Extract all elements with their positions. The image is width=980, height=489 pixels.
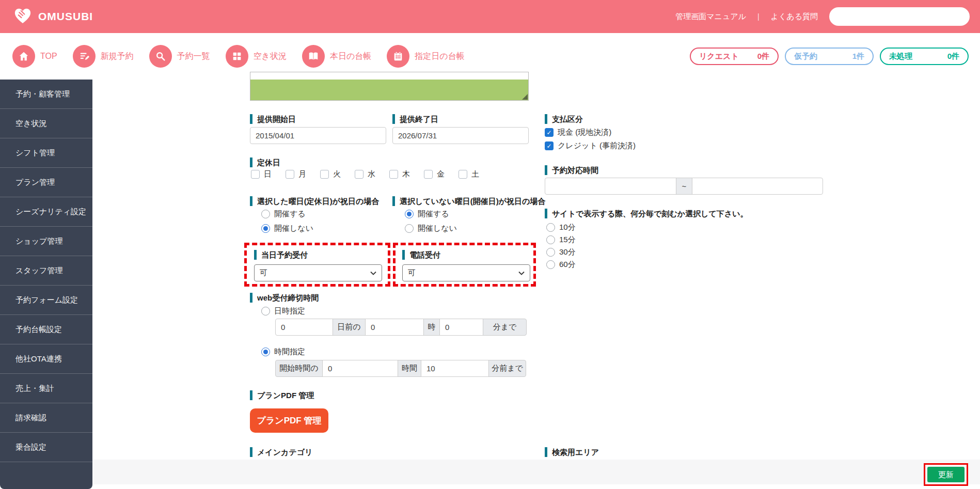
time-hour-input[interactable]: [322, 360, 398, 377]
phone-select[interactable]: 可: [402, 264, 530, 281]
unselected-holiday-open-radio[interactable]: [405, 210, 414, 218]
reservation-list-icon: [149, 45, 172, 68]
same-day-label: 当日予約受付: [254, 250, 308, 260]
deadline-time-radio[interactable]: [261, 348, 270, 356]
plan-pdf-label: プランPDF 管理: [250, 390, 314, 400]
header-search-input[interactable]: [829, 7, 970, 26]
sidebar-item-reservation-customer[interactable]: 予約・顧客管理: [0, 80, 92, 109]
sidebar-item-billing[interactable]: 請求確認: [0, 403, 92, 433]
deadline-time-group: 開始時間の 時間 分前まで: [275, 360, 526, 377]
deadline-days-input[interactable]: [275, 319, 333, 336]
unselected-holiday-label: 選択していない曜日(開催日)が祝日の場合: [392, 196, 545, 206]
bottom-action-bar: [92, 460, 980, 484]
day-mon-checkbox[interactable]: ✓: [286, 170, 294, 179]
nav-item-top[interactable]: TOP: [12, 45, 57, 68]
reservation-hours-from-input[interactable]: [545, 178, 676, 195]
selected-holiday-label: 選択した曜日(定休日)が祝日の場合: [250, 196, 379, 206]
closed-days-row: ✓日 ✓月 ✓火 ✓水 ✓木 ✓金 ✓土: [251, 169, 479, 179]
sidebar-item-plan[interactable]: プラン管理: [0, 168, 92, 197]
sidebar-item-ota[interactable]: 他社OTA連携: [0, 344, 92, 374]
time-minute-input[interactable]: [421, 360, 489, 377]
payment-cash-checkbox[interactable]: ✓: [545, 128, 554, 137]
interval-30-radio[interactable]: [546, 248, 555, 257]
main-category-label: メインカテゴリ: [250, 447, 312, 457]
interval-15-radio[interactable]: [546, 235, 555, 244]
time-hour-addon: 時間: [398, 360, 421, 377]
reservation-hours-label: 予約対応時間: [545, 165, 598, 175]
date-ledger-icon: [387, 45, 409, 68]
offer-end-input[interactable]: [392, 127, 529, 144]
day-mon: ✓月: [286, 169, 306, 179]
selected-holiday-closed-radio[interactable]: [261, 224, 270, 233]
badge-tentative[interactable]: 仮予約 1件: [785, 48, 874, 65]
sidebar-item-shop[interactable]: ショップ管理: [0, 227, 92, 256]
day-wed-checkbox[interactable]: ✓: [355, 170, 363, 179]
interval-10-radio[interactable]: [546, 223, 555, 232]
day-tue-checkbox[interactable]: ✓: [320, 170, 329, 179]
day-wed: ✓水: [355, 169, 375, 179]
unselected-holiday-closed-radio[interactable]: [405, 224, 414, 233]
nav-item-availability[interactable]: 空き状況: [226, 45, 287, 68]
reservation-hours-group: ~: [545, 178, 823, 195]
sidebar-item-availability[interactable]: 空き状況: [0, 109, 92, 138]
nav-item-reservation-list[interactable]: 予約一覧: [149, 45, 210, 68]
payment-label: 支払区分: [545, 114, 583, 124]
plan-pdf-button[interactable]: プランPDF 管理: [250, 408, 328, 433]
resize-grip-icon[interactable]: [522, 94, 528, 100]
sidebar-item-shared-ride[interactable]: 乗合設定: [0, 433, 92, 462]
reservation-hours-to-input[interactable]: [692, 178, 823, 195]
badge-request[interactable]: リクエスト 0件: [690, 48, 779, 65]
badge-tentative-count: 1件: [852, 52, 864, 61]
description-textarea[interactable]: [250, 72, 529, 101]
deadline-hour-input[interactable]: [365, 319, 424, 336]
day-sun: ✓日: [251, 169, 272, 179]
day-tue: ✓火: [320, 169, 341, 179]
sidebar-item-ledger-settings[interactable]: 予約台帳設定: [0, 315, 92, 344]
annotation-box-update: 更新: [924, 463, 968, 486]
offer-start-label: 提供開始日: [250, 114, 296, 124]
sidebar: 予約・顧客管理 空き状況 シフト管理 プラン管理 シーズナリティ設定 ショップ管…: [0, 80, 92, 489]
check-icon: ✓: [546, 143, 551, 149]
deadline-hour-addon: 時: [423, 319, 440, 336]
day-sat-checkbox[interactable]: ✓: [459, 170, 467, 179]
deadline-datetime-radio[interactable]: [261, 307, 270, 316]
offer-start-input[interactable]: [250, 127, 386, 144]
nav-item-today-ledger[interactable]: 本日の台帳: [302, 45, 371, 68]
badge-unprocessed-count: 0件: [947, 52, 959, 61]
sidebar-item-reservation-form[interactable]: 予約フォーム設定: [0, 286, 92, 315]
radio-dot-icon: [407, 212, 412, 216]
faq-link[interactable]: よくある質問: [771, 12, 818, 22]
deadline-minute-input[interactable]: [439, 319, 483, 336]
availability-icon: [226, 45, 248, 68]
omusubi-heart-logo-icon: [12, 5, 33, 28]
radio-dot-icon: [263, 226, 268, 231]
nav-item-date-ledger[interactable]: 指定日の台帳: [387, 45, 464, 68]
payment-credit-checkbox[interactable]: ✓: [545, 141, 554, 150]
nav-item-new-reservation[interactable]: 新規予約: [73, 45, 134, 68]
same-day-select[interactable]: 可: [254, 264, 382, 281]
chevron-down-icon: [370, 271, 376, 275]
selected-holiday-open-radio[interactable]: [261, 210, 270, 218]
radio-dot-icon: [263, 350, 268, 354]
brand-name: OMUSUBI: [38, 10, 93, 23]
app-header: OMUSUBI 管理画面マニュアル | よくある質問: [0, 0, 980, 33]
day-fri-checkbox[interactable]: ✓: [424, 170, 433, 179]
brand-logo[interactable]: OMUSUBI: [12, 5, 93, 28]
interval-60-radio[interactable]: [546, 260, 555, 269]
sidebar-item-seasonality[interactable]: シーズナリティ設定: [0, 197, 92, 227]
day-sun-checkbox[interactable]: ✓: [251, 170, 260, 179]
day-thu: ✓木: [389, 169, 410, 179]
sidebar-item-shift[interactable]: シフト管理: [0, 138, 92, 168]
sidebar-item-staff[interactable]: スタッフ管理: [0, 256, 92, 286]
check-icon: ✓: [546, 130, 551, 136]
deadline-minute-addon: 分まで: [483, 319, 527, 336]
update-button[interactable]: 更新: [927, 467, 965, 482]
badge-request-count: 0件: [757, 52, 769, 61]
payment-credit-label: クレジット (事前決済): [558, 141, 636, 151]
sidebar-item-sales[interactable]: 売上・集計: [0, 374, 92, 403]
badge-unprocessed[interactable]: 未処理 0件: [880, 48, 969, 65]
day-thu-checkbox[interactable]: ✓: [389, 170, 398, 179]
manual-link[interactable]: 管理画面マニュアル: [675, 12, 746, 22]
link-separator: |: [757, 12, 760, 21]
day-sat: ✓土: [459, 169, 479, 179]
